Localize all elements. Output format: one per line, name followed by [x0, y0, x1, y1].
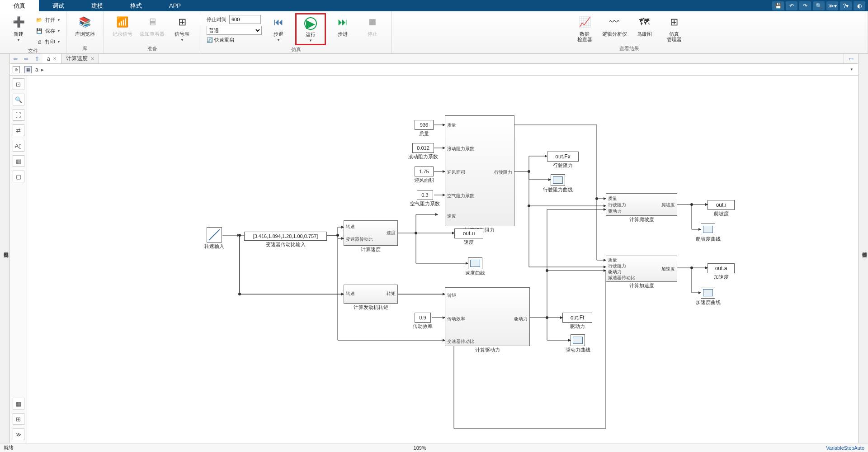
block-mass[interactable]: 936质量: [415, 120, 434, 130]
doc-tabs: ⇦ ⇨ ⇧ a✕ 计算速度✕ ▭: [10, 54, 858, 64]
image-button[interactable]: ▥: [13, 155, 24, 167]
stop-time-label: 停止时间: [207, 16, 226, 23]
fast-restart-button[interactable]: 🔄 快速重启: [207, 37, 234, 43]
model-browser-panel[interactable]: 模型浏览器: [0, 54, 10, 443]
add-viewer-button[interactable]: 🖥 添加查看器: [139, 13, 165, 37]
save-button[interactable]: 💾保存 ▼: [35, 26, 61, 36]
area-button[interactable]: ▢: [13, 171, 24, 182]
sim-manager-button[interactable]: ⊞ 仿真 管理器: [661, 13, 687, 42]
block-scope-u[interactable]: 速度曲线: [468, 257, 482, 269]
zoom-fit-button[interactable]: ⊡: [13, 78, 24, 90]
save-icon[interactable]: 💾: [772, 1, 784, 10]
play-icon: ▶: [304, 17, 317, 30]
zoom-button[interactable]: 🔍: [13, 94, 24, 105]
block-scope-ft[interactable]: 驱动力曲线: [571, 334, 585, 346]
print-button[interactable]: 🖨打印 ▼: [35, 37, 61, 47]
block-aircoef[interactable]: 0.3空气阻力系数: [417, 190, 433, 200]
stop-icon: ⏹: [365, 15, 380, 29]
help-icon[interactable]: ?▾: [840, 1, 852, 10]
fullscreen-icon[interactable]: ◐: [854, 1, 865, 10]
block-out-fx[interactable]: out.Fx行驶阻力: [547, 152, 579, 162]
block-scope-a[interactable]: 加速度曲线: [701, 287, 715, 299]
logic-analyzer-button[interactable]: 〰 逻辑分析仪: [601, 13, 627, 37]
main-tabbar: 仿真 调试 建模 格式 APP 💾 ↶ ↷ 🔍 ≫▾ ?▾ ◐: [0, 0, 868, 11]
table-icon: ⊞: [175, 15, 189, 29]
undo-icon[interactable]: ↶: [786, 1, 797, 10]
target-icon[interactable]: ⊕: [13, 66, 20, 73]
property-inspector-panel[interactable]: 属性检查器: [858, 54, 868, 443]
open-button[interactable]: 📂打开 ▼: [35, 15, 61, 25]
stop-button[interactable]: ⏹ 停止: [359, 13, 386, 37]
breadcrumb-node[interactable]: a: [35, 67, 38, 73]
block-calc-grade[interactable]: 质量 行驶阻力 驱动力 爬坡度 计算爬坡度: [606, 193, 677, 216]
model-icon[interactable]: ▦: [24, 66, 32, 73]
tab-app[interactable]: APP: [156, 0, 194, 11]
block-scope-fx[interactable]: 行驶阻力曲线: [551, 174, 565, 186]
tool-2-button[interactable]: ⊞: [13, 413, 24, 425]
doc-tab-a[interactable]: a✕: [42, 54, 61, 63]
nav-fwd[interactable]: ⇨: [21, 54, 32, 63]
block-frontarea[interactable]: 1.75迎风面积: [415, 167, 434, 176]
tab-debug[interactable]: 调试: [39, 0, 78, 11]
block-out-a[interactable]: out.a加速度: [708, 263, 735, 273]
block-calc-resistance[interactable]: 质量 滚动阻力系数 迎风面积 空气阻力系数 速度 行驶阻力 计算行驶阻力: [445, 115, 514, 226]
library-browser-button[interactable]: 📚 库浏览器: [72, 13, 98, 37]
status-ready: 就绪: [4, 444, 14, 451]
autoarrange-button[interactable]: ⇄: [13, 124, 24, 136]
block-calc-torque[interactable]: 转速 转矩 计算发动机转矩: [344, 285, 398, 304]
block-out-i[interactable]: out.i爬坡度: [708, 200, 735, 210]
svg-point-0: [238, 234, 241, 237]
model-canvas[interactable]: 转速输入 [3.416,1.894,1.28,1.00,0.757] 变速器传动…: [27, 76, 858, 443]
monitor-icon: 🖥: [145, 15, 160, 29]
block-out-ft[interactable]: out.Ft驱动力: [562, 313, 592, 323]
block-scope-i[interactable]: 爬坡度曲线: [701, 224, 715, 235]
tab-modeling[interactable]: 建模: [78, 0, 117, 11]
tool-1-button[interactable]: ▦: [13, 398, 24, 409]
block-rollcoef[interactable]: 0.012滚动阻力系数: [412, 143, 434, 153]
block-calc-drive[interactable]: 转矩 传动效率 变速器传动比 驱动力 计算驱动力: [445, 287, 530, 346]
run-button[interactable]: ▶ 运行▼: [297, 15, 324, 43]
doc-expand[interactable]: ▭: [844, 54, 858, 63]
svg-point-6: [546, 316, 548, 319]
new-button[interactable]: ➕ 新建▼: [5, 13, 32, 43]
status-zoom[interactable]: 109%: [414, 445, 426, 451]
disk-icon: 💾: [35, 27, 43, 35]
block-gearratio[interactable]: [3.416,1.894,1.28,1.00,0.757] 变速器传动比输入: [244, 232, 327, 241]
close-icon[interactable]: ✕: [90, 56, 94, 61]
fit-button[interactable]: ⛶: [13, 109, 24, 121]
step-back-button[interactable]: ⏮ 步退▼: [265, 13, 292, 43]
ribbon-group-sim: 仿真: [291, 45, 301, 54]
svg-point-8: [595, 197, 598, 200]
sim-mode-select[interactable]: 普通: [207, 26, 262, 35]
tool-3-button[interactable]: ≫: [13, 428, 24, 440]
block-calc-speed[interactable]: 转速 变速器传动比 速度 计算速度: [344, 220, 398, 246]
redo-icon[interactable]: ↷: [799, 1, 811, 10]
signal-table-button[interactable]: ⊞ 信号表▼: [169, 13, 195, 43]
canvas-toolbar: ⊡ 🔍 ⛶ ⇄ A▯ ▥ ▢ ▦ ⊞ ≫: [10, 76, 27, 443]
svg-line-11: [209, 229, 220, 240]
doc-tab-speed[interactable]: 计算速度✕: [61, 54, 99, 63]
step-forward-icon: ⏭: [335, 15, 350, 29]
nav-back[interactable]: ⇦: [10, 54, 21, 63]
folder-icon: 📂: [35, 16, 43, 24]
log-signal-button[interactable]: 📶 记录信号: [109, 13, 136, 37]
tab-format[interactable]: 格式: [117, 0, 156, 11]
nav-up[interactable]: ⇧: [32, 54, 42, 63]
more-icon[interactable]: ≫▾: [826, 1, 838, 10]
status-solver[interactable]: VariableStepAuto: [826, 445, 864, 451]
block-calc-accel[interactable]: 质量 行驶阻力 驱动力 减速器传动比 加速度 计算加速度: [606, 256, 677, 282]
block-efficiency[interactable]: 0.9传动效率: [415, 313, 431, 323]
search-icon[interactable]: 🔍: [813, 1, 825, 10]
stop-time-input[interactable]: [229, 15, 261, 24]
annotation-button[interactable]: A▯: [13, 140, 24, 152]
data-inspector-button[interactable]: 📈 数据 检查器: [571, 13, 598, 42]
close-icon[interactable]: ✕: [53, 56, 57, 61]
birdeye-button[interactable]: 🗺 鸟瞰图: [631, 13, 657, 37]
breadcrumb-bar: ⊕ ▦ a ▸ ▼: [10, 64, 858, 76]
tab-simulation[interactable]: 仿真: [0, 0, 39, 11]
birdeye-icon: 🗺: [637, 15, 651, 29]
block-out-u[interactable]: out.u速度: [454, 228, 483, 238]
step-forward-button[interactable]: ⏭ 步进: [330, 13, 356, 37]
svg-point-2: [336, 234, 339, 237]
block-ramp[interactable]: 转速输入: [207, 227, 222, 243]
